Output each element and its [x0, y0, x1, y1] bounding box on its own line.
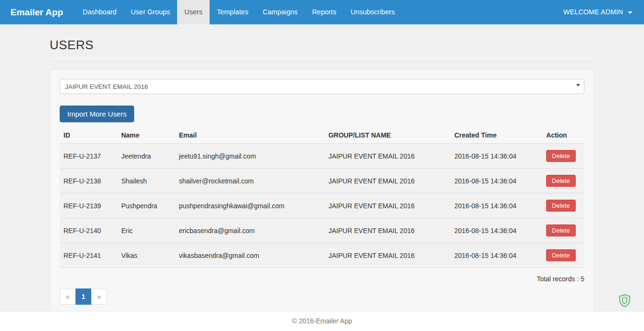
- table-row: REF-U-2137Jeetendrajeetu91.singh@gmail.c…: [60, 144, 584, 169]
- copyright-text: © 2016-Emailer App: [292, 317, 352, 325]
- user-id-cell: REF-U-2141: [60, 243, 117, 268]
- created-time-cell: 2016-08-15 14:36:04: [451, 169, 542, 193]
- user-name-cell: Jeetendra: [117, 144, 175, 169]
- navbar-right: WELCOME ADMIN: [563, 0, 644, 24]
- pagination-page-button[interactable]: 1: [75, 288, 92, 305]
- action-cell: Delete: [542, 218, 584, 243]
- nav-item-unsubscribers[interactable]: Unsubscribers: [343, 0, 402, 24]
- column-header-created-time: Created Time: [451, 127, 542, 144]
- table-row: REF-U-2139Pushpendrapushpendrasinghkawai…: [60, 193, 584, 218]
- created-time-cell: 2016-08-15 14:36:04: [451, 218, 542, 243]
- user-id-cell: REF-U-2138: [60, 169, 117, 193]
- pagination-prev-button[interactable]: «: [60, 288, 76, 305]
- pagination: «1»: [60, 288, 107, 305]
- delete-button[interactable]: Delete: [546, 175, 576, 187]
- action-cell: Delete: [542, 243, 584, 268]
- navbar: Emailer App DashboardUser GroupsUsersTem…: [0, 0, 644, 24]
- nav-item-campaigns[interactable]: Campaigns: [255, 0, 305, 24]
- user-email-cell: vikasbasendra@gmail.com: [175, 243, 325, 268]
- app-brand[interactable]: Emailer App: [0, 0, 75, 24]
- footer: © 2016-Emailer App: [0, 311, 644, 331]
- table-header-row: IDNameEmailGROUP/LIST NAMECreated TimeAc…: [60, 127, 584, 144]
- pagination-next-button[interactable]: »: [91, 288, 107, 305]
- user-name-cell: Eric: [117, 218, 175, 243]
- created-time-cell: 2016-08-15 14:36:04: [451, 243, 542, 268]
- user-id-cell: REF-U-2139: [60, 193, 117, 218]
- group-name-cell: JAIPUR EVENT EMAIL 2016: [325, 169, 451, 193]
- user-email-cell: shailver@rocketmail.com: [175, 169, 325, 193]
- action-cell: Delete: [542, 144, 584, 169]
- total-records: Total records : 5: [60, 275, 584, 283]
- delete-button[interactable]: Delete: [546, 150, 576, 162]
- table-row: REF-U-2138Shaileshshailver@rocketmail.co…: [60, 169, 584, 193]
- group-select-wrap: JAIPUR EVENT EMAIL 2016: [60, 79, 584, 94]
- delete-button[interactable]: Delete: [546, 200, 576, 212]
- shield-icon: [618, 294, 631, 308]
- created-time-cell: 2016-08-15 14:36:04: [451, 193, 542, 218]
- nav-item-users[interactable]: Users: [177, 0, 210, 24]
- user-id-cell: REF-U-2137: [60, 144, 117, 169]
- user-email-cell: pushpendrasinghkawai@gmail.com: [175, 193, 325, 218]
- column-header-name: Name: [117, 127, 175, 144]
- column-header-email: Email: [175, 127, 325, 144]
- nav-item-user-groups[interactable]: User Groups: [124, 0, 177, 24]
- table-row: REF-U-2140Ericericbasendra@gmail.comJAIP…: [60, 218, 584, 243]
- user-email-cell: ericbasendra@gmail.com: [175, 218, 325, 243]
- nav-item-templates[interactable]: Templates: [210, 0, 255, 24]
- page-title: USERS: [50, 38, 594, 62]
- nav-list: DashboardUser GroupsUsersTemplatesCampai…: [75, 0, 402, 24]
- user-name-cell: Pushpendra: [117, 193, 175, 218]
- user-id-cell: REF-U-2140: [60, 218, 117, 243]
- column-header-group-list-name: GROUP/LIST NAME: [325, 127, 451, 144]
- delete-button[interactable]: Delete: [546, 249, 576, 261]
- user-name-cell: Vikas: [117, 243, 175, 268]
- group-name-cell: JAIPUR EVENT EMAIL 2016: [325, 243, 451, 268]
- user-email-cell: jeetu91.singh@gmail.com: [175, 144, 325, 169]
- table-body: REF-U-2137Jeetendrajeetu91.singh@gmail.c…: [60, 144, 584, 268]
- main-container: USERS JAIPUR EVENT EMAIL 2016 Import Mor…: [50, 38, 594, 315]
- delete-button[interactable]: Delete: [546, 224, 576, 236]
- action-cell: Delete: [542, 193, 584, 218]
- users-table: IDNameEmailGROUP/LIST NAMECreated TimeAc…: [60, 127, 584, 268]
- caret-down-icon: [628, 11, 633, 14]
- user-name-cell: Shailesh: [117, 169, 175, 193]
- group-select[interactable]: JAIPUR EVENT EMAIL 2016: [60, 79, 584, 94]
- created-time-cell: 2016-08-15 14:36:04: [451, 144, 542, 169]
- group-name-cell: JAIPUR EVENT EMAIL 2016: [325, 193, 451, 218]
- nav-item-dashboard[interactable]: Dashboard: [75, 0, 124, 24]
- table-row: REF-U-2141Vikasvikasbasendra@gmail.comJA…: [60, 243, 584, 268]
- action-cell: Delete: [542, 169, 584, 193]
- users-panel: JAIPUR EVENT EMAIL 2016 Import More User…: [50, 69, 594, 315]
- nav-item-reports[interactable]: Reports: [305, 0, 344, 24]
- column-header-id: ID: [60, 127, 117, 144]
- group-name-cell: JAIPUR EVENT EMAIL 2016: [325, 144, 451, 169]
- user-menu-label: WELCOME ADMIN: [563, 8, 623, 16]
- import-more-users-button[interactable]: Import More Users: [60, 106, 134, 122]
- column-header-action: Action: [542, 127, 584, 144]
- group-name-cell: JAIPUR EVENT EMAIL 2016: [325, 218, 451, 243]
- user-menu[interactable]: WELCOME ADMIN: [563, 0, 633, 24]
